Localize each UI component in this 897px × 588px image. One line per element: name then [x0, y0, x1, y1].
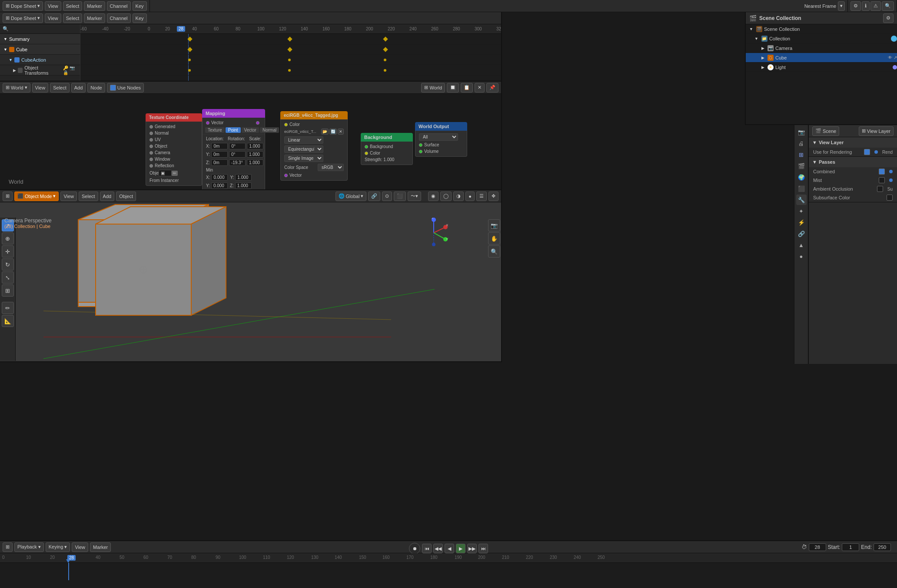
- viewport-shading-render[interactable]: ●: [465, 192, 475, 201]
- object-menu-3d[interactable]: Object: [116, 192, 136, 201]
- select-menu[interactable]: Select: [63, 1, 83, 11]
- hand-tool-btn[interactable]: ✋: [488, 232, 500, 244]
- prop-output-icon-btn[interactable]: 🖨: [796, 138, 807, 149]
- transform-dropdown[interactable]: 🌐 Global ▾: [336, 192, 367, 201]
- prop-view-layer-icon-btn[interactable]: ⊞: [796, 149, 807, 160]
- image-interp-select[interactable]: LinearClosestCubic: [284, 136, 323, 144]
- prop-data-icon-btn[interactable]: ▲: [796, 240, 807, 250]
- rotate-tool[interactable]: ↻: [2, 258, 14, 271]
- transform-tool[interactable]: ⊞: [2, 284, 14, 297]
- use-for-rendering-check[interactable]: [864, 149, 870, 155]
- prop-render-icon-btn[interactable]: 📷: [796, 127, 807, 137]
- dope-row-summary[interactable]: ▼ Summary: [0, 34, 80, 44]
- pass-subsurface-check[interactable]: [887, 195, 893, 201]
- tc-obj-input[interactable]: [159, 170, 172, 176]
- scale-tool[interactable]: ⤡: [2, 271, 14, 284]
- viewport-shading-solid[interactable]: ◯: [440, 192, 452, 201]
- play-reverse-btn[interactable]: ◀: [445, 544, 454, 553]
- end-frame-display[interactable]: 250: [874, 543, 891, 551]
- tab-normal[interactable]: Normal: [260, 127, 279, 133]
- viewport-canvas[interactable]: ↗ ⊕ ✛ ↻ ⤡ ⊞ ✏ 📐 Camera Perspective (28) …: [0, 202, 501, 361]
- tc-color-btn[interactable]: ✏: [172, 171, 178, 176]
- record-btn[interactable]: ⏺: [409, 543, 420, 554]
- select-menu-3d[interactable]: Select: [79, 192, 98, 201]
- scale-y-input[interactable]: [247, 151, 263, 158]
- prop-scene-icon-btn[interactable]: 🎬: [796, 161, 807, 171]
- marker-menu-tl[interactable]: Marker: [90, 542, 111, 552]
- object-mode-btn[interactable]: ⬛ Object Mode ▾: [14, 192, 59, 201]
- tab-vector[interactable]: Vector: [242, 127, 259, 133]
- zoom-tool-btn[interactable]: 🔍: [488, 245, 500, 258]
- rot-x-input[interactable]: [229, 143, 246, 149]
- prop-world-icon-btn[interactable]: 🌍: [796, 172, 807, 182]
- prop-object-icon-btn[interactable]: ⬛: [796, 183, 807, 194]
- pass-ao-check[interactable]: [877, 186, 883, 192]
- sc-row-camera[interactable]: ▶ 📷 Camera: [746, 43, 897, 53]
- image-projection-select[interactable]: EquirectangularFlatBox: [284, 145, 323, 153]
- sc-row-cube[interactable]: ▶ ⬡ Cube 👁 ↗: [746, 53, 897, 63]
- world-node-menu[interactable]: Node: [87, 83, 105, 92]
- header-right-1[interactable]: ⬛: [394, 192, 406, 201]
- rot-y-input[interactable]: [229, 151, 246, 158]
- dope-view-menu[interactable]: View: [45, 13, 61, 23]
- min-x-input[interactable]: [211, 174, 228, 181]
- editor-type-btn[interactable]: ⊞ Dope Sheet ▾: [3, 1, 43, 11]
- tab-texture[interactable]: Texture: [205, 127, 225, 133]
- start-frame-display[interactable]: 1: [842, 543, 859, 551]
- node-image-texture[interactable]: eciRGB_v4icc_Tagged.jpg Color eciRGB_v4i…: [280, 111, 348, 181]
- jump-start-btn[interactable]: ⏮: [422, 544, 432, 553]
- marker-menu[interactable]: Marker: [84, 1, 105, 11]
- output-target-select[interactable]: AllCyclesEevee: [419, 133, 458, 141]
- measure-tool[interactable]: 📐: [2, 315, 14, 327]
- min-y-input[interactable]: [235, 174, 252, 181]
- min2-y-input[interactable]: [211, 182, 228, 189]
- node-texture-coord[interactable]: Texture Coordinate Generated Normal UV O…: [146, 113, 202, 186]
- image-browse-btn[interactable]: 📂: [321, 129, 329, 135]
- prop-material-icon-btn[interactable]: ●: [796, 251, 807, 261]
- view-menu[interactable]: View: [45, 1, 61, 11]
- prev-frame-btn[interactable]: ◀◀: [433, 544, 443, 553]
- world-copy-btn[interactable]: 📋: [461, 83, 473, 92]
- timeline-content[interactable]: [0, 563, 897, 580]
- world-type-btn[interactable]: ⊞ World ▾: [3, 83, 30, 92]
- keying-menu[interactable]: Keying ▾: [46, 542, 70, 552]
- node-world-output[interactable]: World Output AllCyclesEevee Surface Volu…: [415, 122, 467, 157]
- viewport-shading-mat[interactable]: ◑: [453, 192, 464, 201]
- cursor-tool[interactable]: ⊕: [2, 232, 14, 244]
- loc-z-input[interactable]: [211, 159, 228, 166]
- timeline-type-btn[interactable]: ⊞: [3, 542, 13, 552]
- add-menu-3d[interactable]: Add: [100, 192, 115, 201]
- prop-modifier-icon-btn[interactable]: 🔧: [796, 195, 807, 205]
- use-nodes-checkbox[interactable]: Use Nodes: [107, 83, 144, 92]
- dope-type-btn[interactable]: ⊞ Dope Sheet ▾: [3, 13, 43, 23]
- min2-z-input[interactable]: [235, 182, 252, 189]
- dope-row-transforms[interactable]: ▶ Object Transforms 🔑 📷 🔒: [0, 65, 80, 76]
- key-menu[interactable]: Key: [133, 1, 147, 11]
- proportional-btn[interactable]: ⊙: [382, 192, 392, 201]
- current-frame-display[interactable]: 28: [809, 543, 826, 551]
- prop-physics-icon-btn[interactable]: ⚡: [796, 217, 807, 228]
- dope-row-action[interactable]: ▼ CubeAction: [0, 55, 80, 65]
- viewport-shading-wire[interactable]: ◉: [428, 192, 439, 201]
- view-layer-section-header[interactable]: ▼ View Layer: [809, 137, 897, 148]
- sc-row-light[interactable]: ▶ ☀ Light: [746, 63, 897, 72]
- scene-btn[interactable]: 🎬 Scene: [812, 126, 839, 136]
- snap-btn[interactable]: 🔗: [368, 192, 380, 201]
- search-btn[interactable]: 🔍: [882, 1, 894, 11]
- playback-menu[interactable]: Playback ▾: [14, 542, 44, 552]
- image-source-select[interactable]: Single ImageMovieSequence: [284, 155, 323, 162]
- sc-filter-btn[interactable]: ⚙: [883, 13, 894, 23]
- rot-z-input[interactable]: [229, 159, 246, 166]
- viewport-type-btn[interactable]: ⊞: [3, 192, 13, 201]
- next-frame-btn[interactable]: ▶▶: [467, 544, 477, 553]
- view-menu-tl[interactable]: View: [72, 542, 88, 552]
- dope-select-menu[interactable]: Select: [63, 13, 83, 23]
- sc-row-scene-collection[interactable]: ▼ 🎬 Scene Collection: [746, 24, 897, 34]
- scale-z-input[interactable]: [247, 159, 263, 166]
- info-btn[interactable]: ℹ: [862, 1, 870, 11]
- sc-row-collection[interactable]: ▼ 📁 Collection: [746, 34, 897, 43]
- header-right-2[interactable]: 〜▾: [408, 192, 421, 201]
- world-close-btn[interactable]: ✕: [475, 83, 485, 92]
- world-node-canvas[interactable]: Texture Coordinate Generated Normal UV O…: [0, 94, 501, 189]
- move-tool[interactable]: ✛: [2, 245, 14, 258]
